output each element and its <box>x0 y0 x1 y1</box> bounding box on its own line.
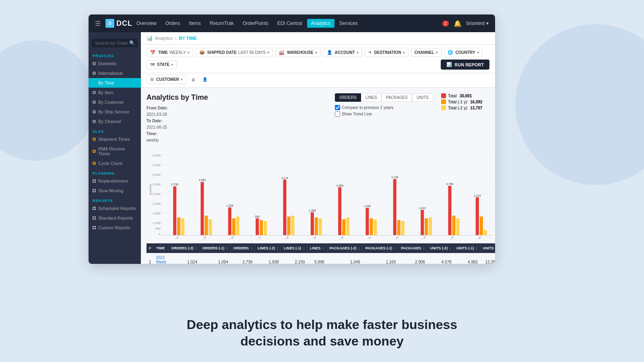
sidebar-item-rma[interactable]: RMA Receive Times <box>89 144 141 158</box>
sidebar-item-shipment-times[interactable]: Shipment Times <box>89 134 141 144</box>
chevron-down-icon: ▾ <box>267 50 269 55</box>
user-menu[interactable]: briantest ▾ <box>466 21 489 26</box>
col-orders-m2[interactable]: ORDERS (-2) ↕ <box>169 243 200 253</box>
chevron-down-icon: ▾ <box>436 50 438 55</box>
globe-icon: 🌐 <box>448 50 453 55</box>
download-icon: 👤 <box>202 77 207 82</box>
sidebar-item-by-ship-service[interactable]: By Ship Service <box>89 107 141 117</box>
col-orders[interactable]: ORDERS ↕ <box>231 243 255 253</box>
cell-pkg: 2,906 <box>398 253 427 264</box>
sidebar-item-international[interactable]: International <box>89 68 141 78</box>
run-report-button[interactable]: 📊 RUN REPORT <box>441 60 489 70</box>
sort-icon: ↕ <box>226 246 228 250</box>
svg-text:4,500: 4,500 <box>153 154 161 157</box>
sidebar-item-replenishment[interactable]: Replenishment <box>89 176 141 186</box>
top-nav: ☰ D DCL Overview Orders Items ReturnTrak… <box>89 14 495 32</box>
bg-blob-right <box>515 24 644 185</box>
svg-rect-62 <box>401 221 405 235</box>
sidebar-item-custom-reports[interactable]: Custom Reports <box>89 223 141 232</box>
toggle-packages[interactable]: PACKAGES <box>382 93 412 102</box>
dot-icon <box>93 162 96 165</box>
svg-rect-41 <box>287 216 291 235</box>
print-button[interactable]: 🖨 <box>189 76 198 83</box>
svg-text:quantity: quantity <box>149 184 152 195</box>
nav-returntrak[interactable]: ReturnTrak <box>206 19 238 28</box>
nav-orderpoints[interactable]: OrderPoints <box>239 19 272 28</box>
col-units-m1[interactable]: UNITS (-1) ↕ <box>454 243 481 253</box>
sidebar-item-scheduled-reports[interactable]: Scheduled Reports <box>89 204 141 213</box>
legend-color-y1 <box>441 99 446 104</box>
filter-country[interactable]: 🌐 COUNTRY ▾ <box>444 48 483 57</box>
filter-account[interactable]: 👤 ACCOUNT ▾ <box>323 48 362 57</box>
trend-checkbox[interactable] <box>335 111 340 117</box>
notification-badge[interactable]: 2 <box>442 21 449 27</box>
svg-rect-45 <box>311 212 314 235</box>
app-body: 🔍 PROFILES Domestic International By Tim… <box>89 32 495 264</box>
dot-icon <box>93 91 96 94</box>
sidebar-item-standard-reports[interactable]: Standard Reports <box>89 213 141 223</box>
sort-icon: ↕ <box>322 246 324 250</box>
sidebar-item-domestic[interactable]: Domestic <box>89 59 141 68</box>
svg-text:2021 Week 18: 2021 Week 18 <box>277 236 289 239</box>
toggle-orders[interactable]: ORDERS <box>335 93 361 102</box>
compare-checkbox[interactable] <box>335 105 340 110</box>
svg-rect-65 <box>421 210 424 235</box>
col-units-m2[interactable]: UNITS (-2) ↕ <box>427 243 454 253</box>
nav-orders[interactable]: Orders <box>161 19 184 28</box>
cell-lines-m1: 2,150 <box>281 253 308 264</box>
toggle-lines[interactable]: LINES <box>361 93 382 102</box>
svg-text:2021 Week 21: 2021 Week 21 <box>359 236 372 239</box>
svg-rect-76 <box>480 216 483 235</box>
toggle-units[interactable]: UNITS <box>412 93 433 102</box>
cell-time[interactable]: 2021 Week 14 <box>154 253 169 264</box>
download-button[interactable]: 👤 <box>200 76 210 83</box>
col-orders-m1[interactable]: ORDERS (-1) ↕ <box>200 243 231 253</box>
nav-analytics[interactable]: Analytics <box>307 19 334 28</box>
col-lines-m1[interactable]: LINES (-1) ↕ <box>281 243 308 253</box>
filter-shipped[interactable]: 📦 SHIPPED DATE LAST 90 DAYS ▾ <box>196 48 273 57</box>
breadcrumb-current: BY TIME <box>179 36 197 41</box>
filter-state[interactable]: 🗺 STATE ▾ <box>147 60 177 69</box>
svg-rect-35 <box>256 218 259 235</box>
sort-icon: ↕ <box>277 246 279 250</box>
sidebar-item-by-time[interactable]: By Time <box>89 78 141 88</box>
sidebar-item-by-channel[interactable]: By Channel <box>89 117 141 126</box>
hamburger-icon[interactable]: ☰ <box>95 20 101 27</box>
chevron-down-icon: ▾ <box>403 50 405 55</box>
filter-destination[interactable]: ✈ DESTINATION ▾ <box>365 48 409 57</box>
svg-rect-70 <box>448 186 452 235</box>
filter-customer[interactable]: ⊞ CUSTOMER ▾ <box>147 75 186 84</box>
filter-time[interactable]: 📅 TIME WEEKLY ▾ <box>147 48 193 57</box>
dot-icon <box>93 81 96 84</box>
nav-overview[interactable]: Overview <box>132 19 161 28</box>
filter-channel[interactable]: CHANNEL ▾ <box>411 48 442 57</box>
col-pkg[interactable]: PACKAGES ↕ <box>398 243 427 253</box>
bell-icon[interactable]: 🔔 <box>454 20 462 27</box>
col-pkg-m2[interactable]: PACKAGES (-2) ↕ <box>327 243 363 253</box>
nav-edi[interactable]: EDI Central <box>273 19 306 28</box>
svg-text:4,000: 4,000 <box>153 163 161 167</box>
col-lines[interactable]: LINES ↕ <box>308 243 327 253</box>
col-units[interactable]: UNITS ↕ <box>480 243 495 253</box>
svg-text:1,535: 1,535 <box>364 205 371 208</box>
sidebar: 🔍 PROFILES Domestic International By Tim… <box>89 32 141 264</box>
col-lines-m2[interactable]: LINES (-2) ↕ <box>255 243 281 253</box>
svg-text:2,500: 2,500 <box>153 192 161 196</box>
sidebar-item-by-item[interactable]: By Item <box>89 88 141 97</box>
svg-rect-66 <box>425 218 428 235</box>
svg-text:1,558: 1,558 <box>226 204 233 207</box>
svg-text:1,422: 1,422 <box>419 207 426 210</box>
chevron-down-icon: ▾ <box>181 77 183 82</box>
sidebar-item-slow-moving[interactable]: Slow Moving <box>89 186 141 195</box>
sidebar-item-by-customer[interactable]: By Customer <box>89 97 141 107</box>
filter-warehouse[interactable]: 🏭 WAREHOUSE ▾ <box>275 48 321 57</box>
sidebar-label-replenishment: Replenishment <box>98 179 128 183</box>
bottom-text: Deep analytics to help make faster busin… <box>0 317 644 350</box>
cell-orders: 2,736 <box>231 253 255 264</box>
user-icon: 👤 <box>327 50 332 55</box>
dot-icon <box>93 150 96 153</box>
col-pkg-m1[interactable]: PACKAGES (-1) ↕ <box>363 243 398 253</box>
nav-services[interactable]: Services <box>335 19 362 28</box>
nav-items[interactable]: Items <box>185 19 205 28</box>
sidebar-item-cycle-count[interactable]: Cycle Count <box>89 158 141 168</box>
